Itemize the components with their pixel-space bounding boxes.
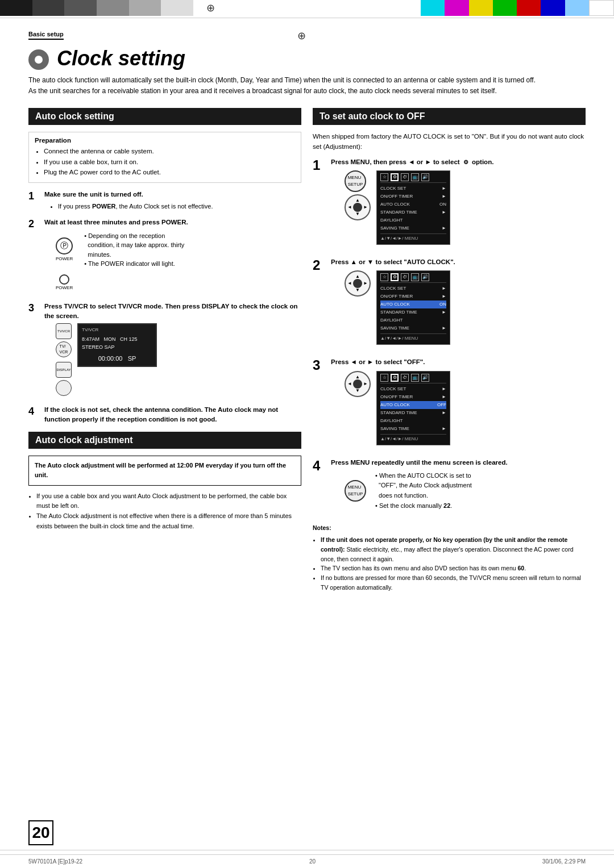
step-content: Press TV/VCR to select TV/VCR mode. Then… [44, 302, 301, 399]
list-item: If you press POWER, the Auto Clock set i… [58, 202, 301, 211]
tv-buttons: TV/VCR TV/VCR DISPLAY [56, 323, 72, 396]
page-title: Clock setting [28, 47, 586, 70]
menu-icon: 🔊 [421, 173, 429, 181]
remote-dpad: ▲ ▼ ◄ ► [345, 194, 371, 220]
two-column-layout: Auto clock setting Preparation Connect t… [28, 108, 586, 592]
center-registration-top: ⊕ [193, 0, 227, 16]
menu-row: CLOCK SET► [380, 185, 446, 193]
power-indicator-light [59, 274, 69, 285]
menu-row: SAVING TIME► [380, 224, 446, 232]
list-item: Plug the AC power cord to the AC outlet. [44, 167, 295, 177]
footer-center: 20 [309, 858, 316, 865]
remote-dpad-2: ▲ ▼ ◄ ► [345, 270, 371, 297]
menu-row: ON/OFF TIMER► [380, 393, 446, 401]
step-content: If the clock is not set, check the anten… [44, 405, 301, 425]
step-4: 4 If the clock is not set, check the ant… [28, 405, 301, 425]
color-block [97, 0, 129, 16]
menu-icon-selected: ⚙ [391, 173, 399, 181]
auto-clock-setting-header: Auto clock setting [28, 108, 301, 125]
menu-icon: 🔊 [421, 273, 429, 281]
tv-screen-wrap: TV/VCR TV/VCR DISPLAY TV/VCR 8:47AM MON … [56, 323, 301, 396]
step-content: Press ◄ or ► to select "OFF". ▲ ▼ ◄ ► [331, 357, 586, 448]
color-block [64, 0, 97, 16]
enter-button [353, 203, 362, 212]
menu-row-highlighted: AUTO CLOCKOFF [380, 401, 446, 409]
clock-icon [28, 49, 49, 70]
menu-icon-selected: ⚙ [391, 273, 399, 281]
tv-screen: TV/VCR 8:47AM MON CH 125 STEREO SAP 00:0… [77, 323, 157, 367]
enter-button [353, 379, 362, 389]
r-step-3: 3 Press ◄ or ► to select "OFF". ▲ ▼ ◄ ► [313, 357, 586, 448]
step-number: 2 [28, 219, 40, 229]
preparation-title: Preparation [35, 137, 295, 144]
step-number: 2 [313, 258, 326, 272]
adjustment-bullets: If you use a cable box and you want Auto… [28, 491, 301, 531]
step-content: Wait at least three minutes and press PO… [44, 218, 301, 294]
left-arrow: ◄ [347, 204, 352, 211]
menu-screen-3: ☆ ⚙ ⏱ 📺 🔊 CLOCK SET► ON/OFF TIMER► AUTO … [376, 371, 450, 445]
power-graphic: POWER • Depending on the reception condi… [56, 231, 301, 269]
page-header: Basic setup ⊕ [28, 30, 586, 42]
power-indicator-graphic: POWER [56, 272, 301, 291]
step-number: 4 [313, 459, 326, 473]
power-indicator: POWER [56, 272, 73, 291]
preparation-list: Connect the antenna or cable system. If … [35, 146, 295, 177]
list-item: If you use a cable box, turn it on. [44, 157, 295, 167]
menu-row: STANDARD TIME► [380, 308, 446, 316]
menu-setup-icon: MENUSETUP [345, 170, 366, 192]
menu-setup-icon-wrap: MENUSETUP [345, 480, 370, 502]
color-block-white [589, 0, 614, 16]
top-color-bar: ⊕ [0, 0, 614, 16]
bottom-rule [0, 850, 614, 852]
list-item: If you use a cable box and you want Auto… [36, 491, 301, 511]
menu-icon-selected: ⚙ [391, 374, 399, 382]
color-block [0, 0, 32, 16]
enter-remote-wrap-3: ▲ ▼ ◄ ► [345, 371, 371, 397]
color-block-magenta [445, 0, 468, 16]
step-content: Press MENU repeatedly until the menu scr… [331, 458, 586, 515]
menu-nav: ▲/▼/◄/►/ MENU [380, 434, 446, 443]
notes-section: Notes: If the unit does not operate prop… [313, 523, 586, 592]
display-button: DISPLAY [56, 362, 72, 378]
right-color-blocks [421, 0, 614, 16]
basic-setup-label: Basic setup [28, 30, 64, 38]
right-column: To set auto clock to OFF When shipped fr… [313, 108, 586, 592]
step-content: Press ▲ or ▼ to select "AUTO CLOCK". ▲ ▼… [331, 257, 586, 348]
menu-icon: ⏱ [401, 374, 409, 382]
page-content: Basic setup ⊕ Clock setting The auto clo… [0, 18, 614, 615]
color-block-red [517, 0, 541, 16]
left-color-blocks [0, 0, 193, 16]
menu-row: DAYLIGHT [380, 417, 446, 425]
step-content: Make sure the unit is turned off. If you… [44, 190, 301, 211]
menu-setup-icon-2: MENUSETUP [345, 480, 366, 502]
adjustment-highlight: The Auto clock adjustment will be perfor… [28, 456, 301, 486]
auto-clock-adjustment-section: Auto clock adjustment The Auto clock adj… [28, 432, 301, 532]
enter-remote-wrap: ▲ ▼ ◄ ► [345, 194, 371, 220]
auto-clock-adjustment-header: Auto clock adjustment [28, 432, 301, 449]
menu-row: SAVING TIME► [380, 425, 446, 433]
step-3: 3 Press TV/VCR to select TV/VCR mode. Th… [28, 302, 301, 399]
menu-screen-2: ☆ ⚙ ⏱ 📺 🔊 CLOCK SET► ON/OFF TIMER► AUTO … [376, 270, 450, 345]
tv-clock-display: 00:00:00 SP [82, 354, 152, 364]
power-circle [56, 237, 73, 254]
to-set-auto-clock-off-header: To set auto clock to OFF [313, 108, 586, 125]
set-off-intro: When shipped from factory the AUTO CLOCK… [313, 132, 586, 152]
menu-icons-row: ☆ ⚙ ⏱ 📺 🔊 [380, 173, 446, 183]
menu-row: CLOCK SET► [380, 285, 446, 293]
notes-title: Notes: [313, 523, 586, 533]
right-arrow: ► [363, 280, 368, 287]
menu-row: ON/OFF TIMER► [380, 193, 446, 201]
color-block-yellow [469, 0, 493, 16]
color-block-cyan [421, 0, 445, 16]
footer-right: 30/1/06, 2:29 PM [542, 858, 586, 865]
color-block [32, 0, 65, 16]
tv-vcr-button: TV/VCR [56, 323, 72, 339]
power-button-graphic: POWER [56, 237, 73, 262]
step-1: 1 Make sure the unit is turned off. If y… [28, 190, 301, 211]
menu-screen-1: ☆ ⚙ ⏱ 📺 🔊 CLOCK SET► ON/OFF TIMER► AUTO … [376, 170, 450, 245]
list-item: The Auto Clock adjustment is not effecti… [36, 511, 301, 531]
menu-row-highlighted: AUTO CLOCKON [380, 301, 446, 308]
color-block-blue [541, 0, 565, 16]
color-block [161, 0, 193, 16]
left-arrow: ◄ [347, 280, 352, 287]
